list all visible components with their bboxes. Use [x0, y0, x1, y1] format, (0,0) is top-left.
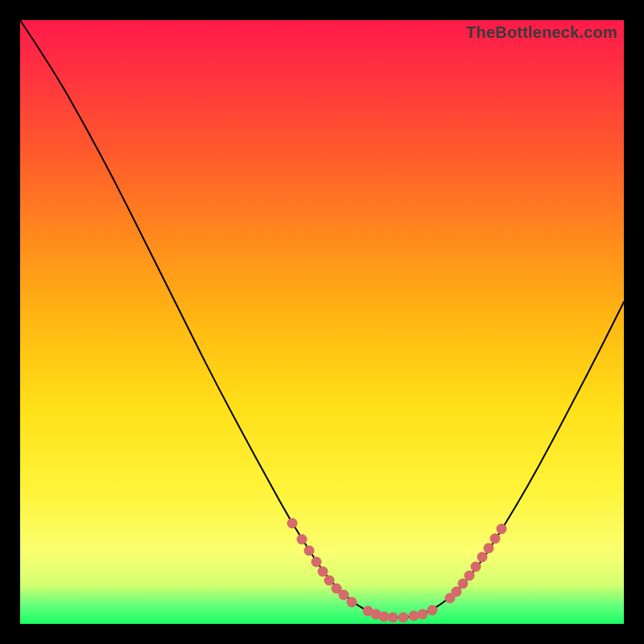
chart-stage: TheBottleneck.com — [0, 0, 644, 644]
curve-marker — [398, 613, 409, 623]
curve-marker — [490, 534, 501, 544]
curve-markers-right — [445, 524, 507, 604]
curve-marker — [471, 562, 481, 572]
curve-marker — [379, 612, 390, 622]
curve-marker — [477, 552, 488, 563]
curve-marker — [347, 597, 357, 608]
curve-marker — [388, 613, 398, 623]
curve-marker — [484, 543, 494, 554]
curve-marker — [297, 535, 308, 545]
curve-svg — [20, 20, 624, 624]
curve-marker — [497, 524, 507, 535]
curve-marker — [464, 571, 475, 581]
plot-area: TheBottleneck.com — [20, 20, 624, 624]
curve-marker — [409, 611, 419, 621]
curve-marker — [287, 518, 298, 529]
curve-marker — [304, 546, 315, 556]
curve-markers-bottom — [363, 605, 438, 623]
curve-marker — [339, 590, 349, 601]
curve-marker — [427, 605, 438, 616]
curve-marker — [318, 567, 328, 577]
curve-marker — [324, 576, 335, 586]
curve-marker — [312, 557, 322, 568]
bottleneck-curve — [20, 20, 624, 617]
curve-marker — [418, 609, 428, 620]
